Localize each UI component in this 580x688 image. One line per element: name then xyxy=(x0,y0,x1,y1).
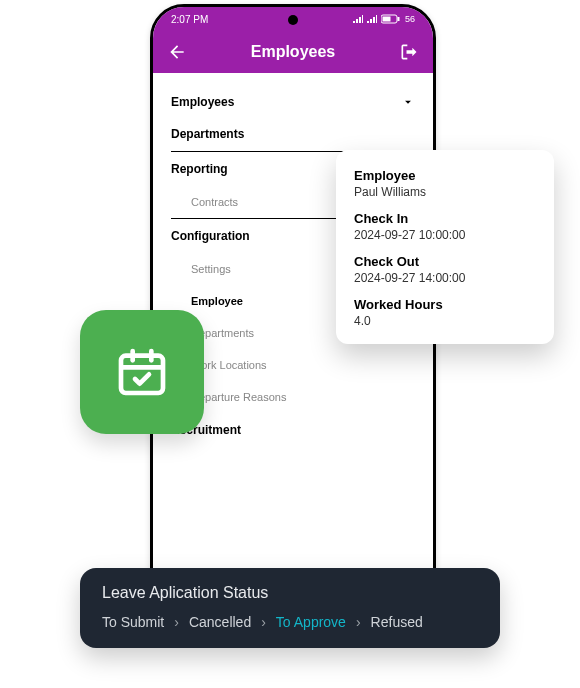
status-icons: 56 xyxy=(353,14,415,24)
battery-icon xyxy=(381,14,401,24)
nav-section-recruitment[interactable]: Recruitment xyxy=(171,413,415,447)
card-worked-label: Worked Hours xyxy=(354,297,536,312)
clock: 2:07 PM xyxy=(171,14,208,25)
exit-icon xyxy=(399,42,419,62)
arrow-left-icon xyxy=(167,42,187,62)
svg-rect-1 xyxy=(382,17,390,22)
signal-icon xyxy=(353,15,363,23)
nav-subitem-departure-reasons[interactable]: Departure Reasons xyxy=(171,381,415,413)
status-step-refused[interactable]: Refused xyxy=(371,614,423,630)
battery-percent: 56 xyxy=(405,14,415,24)
camera-notch xyxy=(288,15,298,25)
nav-subitem-work-locations[interactable]: Work Locations xyxy=(171,349,415,381)
chevron-right-icon: › xyxy=(174,614,179,630)
card-checkin-label: Check In xyxy=(354,211,536,226)
card-worked-value: 4.0 xyxy=(354,314,536,328)
calendar-badge xyxy=(80,310,204,434)
back-button[interactable] xyxy=(167,42,187,62)
card-checkout-value: 2024-09-27 14:00:00 xyxy=(354,271,536,285)
card-checkin-value: 2024-09-27 10:00:00 xyxy=(354,228,536,242)
svg-rect-2 xyxy=(397,17,399,21)
leave-status-steps: To Submit › Cancelled › To Approve › Ref… xyxy=(102,614,478,630)
app-bar: Employees xyxy=(153,31,433,73)
nav-label: Employees xyxy=(171,95,234,109)
card-employee-label: Employee xyxy=(354,168,536,183)
page-title: Employees xyxy=(187,43,399,61)
chevron-right-icon: › xyxy=(261,614,266,630)
nav-collapsible-employees[interactable]: Employees xyxy=(171,87,415,117)
card-employee-value: Paul Williams xyxy=(354,185,536,199)
nav-item-departments[interactable]: Departments xyxy=(171,117,415,151)
chevron-down-icon xyxy=(401,95,415,109)
calendar-check-icon xyxy=(114,344,170,400)
logout-button[interactable] xyxy=(399,42,419,62)
attendance-card: Employee Paul Williams Check In 2024-09-… xyxy=(336,150,554,344)
leave-status-panel: Leave Aplication Status To Submit › Canc… xyxy=(80,568,500,648)
svg-rect-3 xyxy=(121,356,163,393)
signal-icon xyxy=(367,15,377,23)
chevron-right-icon: › xyxy=(356,614,361,630)
status-step-to-submit[interactable]: To Submit xyxy=(102,614,164,630)
status-step-to-approve[interactable]: To Approve xyxy=(276,614,346,630)
status-step-cancelled[interactable]: Cancelled xyxy=(189,614,251,630)
card-checkout-label: Check Out xyxy=(354,254,536,269)
leave-status-title: Leave Aplication Status xyxy=(102,584,478,602)
